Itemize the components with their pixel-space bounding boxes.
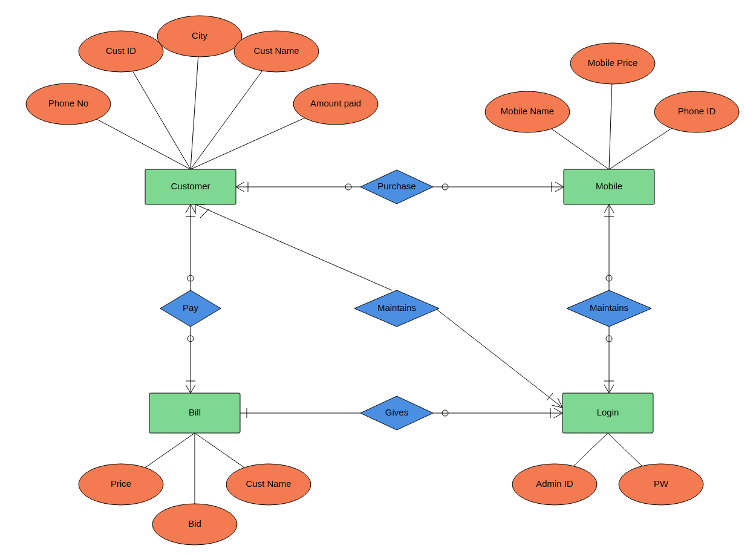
entity-mobile: Mobile — [564, 169, 654, 204]
attr-mobile-name-label: Mobile Name — [501, 106, 554, 116]
attr-mobile-price: Mobile Price — [570, 43, 655, 84]
er-diagram: Customer Mobile Bill Login Purchase Pay … — [0, 0, 756, 557]
attr-pw: PW — [619, 464, 703, 505]
svg-line-30 — [195, 204, 392, 290]
attr-cust-id: Cust ID — [79, 31, 163, 72]
conn-purchase-mobile — [433, 182, 564, 192]
attr-cust-name: Cust Name — [234, 31, 319, 72]
svg-line-11 — [186, 204, 191, 213]
svg-line-33 — [200, 209, 209, 218]
svg-line-1 — [236, 182, 244, 187]
attr-cust-name-bill: Cust Name — [226, 464, 311, 505]
svg-line-7 — [555, 182, 564, 187]
relationship-purchase-label: Purchase — [377, 181, 415, 191]
relationship-maintains-right: Maintains — [567, 290, 651, 327]
relationship-maintains-center-label: Maintains — [377, 302, 416, 313]
conn-customer-pay — [186, 204, 195, 290]
attr-bid-label: Bid — [188, 518, 201, 529]
relationship-purchase: Purchase — [360, 170, 433, 204]
attr-amount-paid: Amount paid — [293, 83, 378, 125]
attr-mobile-name: Mobile Name — [485, 91, 570, 132]
svg-line-8 — [555, 187, 564, 192]
attr-mobile-price-label: Mobile Price — [588, 57, 638, 68]
conn-maintains-center-login — [435, 308, 562, 408]
attr-amount-paid-label: Amount paid — [310, 98, 361, 108]
relationship-gives: Gives — [360, 396, 433, 430]
svg-line-22 — [609, 204, 614, 213]
svg-line-43 — [554, 413, 562, 418]
attr-phone-no: Phone No — [26, 83, 111, 125]
relationship-pay-label: Pay — [183, 302, 198, 313]
svg-line-18 — [191, 385, 195, 393]
svg-line-27 — [604, 385, 609, 393]
entity-customer: Customer — [145, 169, 236, 204]
conn-bill-gives — [240, 408, 360, 418]
attr-admin-id: Admin ID — [512, 464, 597, 505]
attr-phone-id-label: Phone ID — [678, 106, 716, 116]
svg-line-2 — [236, 187, 244, 192]
entity-bill: Bill — [149, 393, 240, 433]
svg-line-17 — [186, 385, 191, 393]
attr-price-label: Price — [111, 478, 131, 489]
conn-mobile-maintains — [604, 204, 614, 290]
svg-line-34 — [435, 308, 562, 408]
attr-cust-name-bill-label: Cust Name — [246, 478, 291, 489]
relationship-maintains-right-label: Maintains — [590, 302, 628, 313]
relationship-pay: Pay — [160, 290, 221, 327]
svg-line-12 — [191, 204, 195, 213]
conn-gives-login — [433, 408, 562, 418]
conn-customer-purchase — [236, 182, 360, 192]
conn-pay-bill — [186, 327, 195, 393]
svg-line-28 — [609, 385, 614, 393]
relationship-gives-label: Gives — [385, 407, 408, 417]
attr-cust-id-label: Cust ID — [106, 45, 136, 56]
svg-line-21 — [604, 204, 609, 213]
svg-line-36 — [558, 398, 562, 408]
entity-login-label: Login — [597, 407, 619, 417]
relationship-maintains-center: Maintains — [354, 290, 439, 327]
attr-admin-id-label: Admin ID — [536, 478, 573, 489]
entity-mobile-label: Mobile — [596, 181, 622, 191]
svg-line-42 — [554, 408, 562, 413]
attr-phone-id: Phone ID — [654, 91, 739, 132]
entity-customer-label: Customer — [171, 181, 210, 191]
attr-city: City — [157, 16, 242, 57]
attr-phone-no-label: Phone No — [48, 98, 89, 108]
attr-pw-label: PW — [654, 478, 669, 489]
entity-bill-label: Bill — [189, 407, 201, 417]
conn-customer-maintains-center — [195, 204, 392, 290]
attr-cust-name-label: Cust Name — [253, 45, 299, 56]
attr-city-label: City — [192, 30, 207, 41]
attr-bid: Bid — [152, 504, 237, 545]
attr-price: Price — [79, 464, 163, 505]
conn-maintains-login — [604, 327, 614, 393]
entity-login: Login — [562, 393, 653, 433]
